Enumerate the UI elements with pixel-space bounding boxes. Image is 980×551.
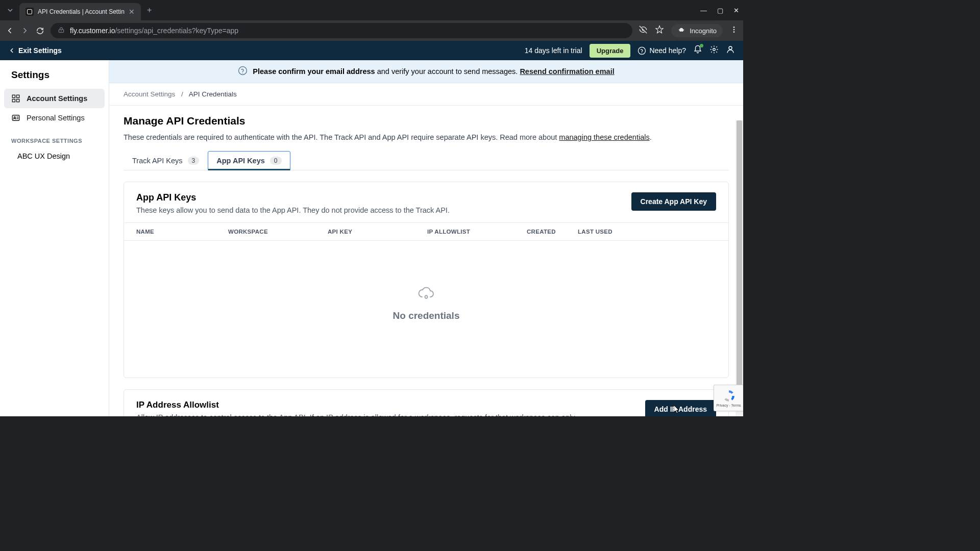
new-tab-button[interactable]: +: [147, 6, 152, 15]
user-card-icon: [11, 113, 20, 122]
reload-button[interactable]: [36, 27, 44, 35]
tab-search-icon[interactable]: [4, 4, 16, 16]
favicon-icon: [26, 8, 34, 16]
breadcrumb-current: API Credentials: [189, 90, 237, 98]
tab-title: API Credentials | Account Settin: [38, 8, 125, 15]
ip-allowlist-card: IP Address Allowlist Allow IP addresses …: [124, 389, 729, 416]
sidebar-title: Settings: [4, 67, 105, 89]
main-content: Please confirm your email address and ve…: [109, 60, 743, 416]
tab-count-badge: 3: [188, 157, 200, 165]
browser-tabstrip: API Credentials | Account Settin ✕ + — ▢…: [0, 0, 743, 20]
notifications-icon[interactable]: [693, 45, 702, 56]
card-title: App API Keys: [136, 192, 450, 203]
col-allowlist: IP ALLOWLIST: [427, 229, 527, 235]
sidebar: Settings Account Settings Personal Setti…: [0, 60, 109, 416]
svg-point-5: [639, 47, 646, 54]
confirm-email-banner: Please confirm your email address and ve…: [109, 60, 743, 83]
minimize-icon[interactable]: —: [700, 7, 707, 14]
tabs: Track API Keys 3 App API Keys 0: [124, 151, 729, 170]
col-lastused: LAST USED: [578, 229, 629, 235]
app-api-keys-card: App API Keys These keys allow you to sen…: [124, 182, 729, 378]
exit-settings-link[interactable]: Exit Settings: [8, 46, 62, 55]
svg-rect-10: [12, 99, 15, 102]
window-controls: — ▢ ✕: [700, 7, 739, 14]
bookmark-icon[interactable]: [655, 25, 664, 36]
browser-toolbar: fly.customer.io/settings/api_credentials…: [0, 20, 743, 41]
col-name: NAME: [136, 229, 228, 235]
close-icon[interactable]: ✕: [129, 8, 135, 16]
tab-track-api-keys[interactable]: Track API Keys 3: [124, 151, 208, 170]
browser-tab[interactable]: API Credentials | Account Settin ✕: [19, 3, 141, 20]
eye-off-icon[interactable]: [639, 25, 648, 36]
col-workspace: WORKSPACE: [228, 229, 328, 235]
close-window-icon[interactable]: ✕: [733, 7, 739, 14]
svg-rect-9: [17, 95, 19, 97]
breadcrumb: Account Settings / API Credentials: [109, 83, 743, 106]
resend-confirmation-link[interactable]: Resend confirmation email: [520, 67, 614, 76]
maximize-icon[interactable]: ▢: [717, 7, 723, 14]
docs-link[interactable]: managing these credentials: [559, 133, 649, 141]
info-icon: [238, 66, 248, 77]
svg-point-2: [733, 27, 735, 28]
trial-status: 14 days left in trial: [525, 46, 582, 55]
svg-rect-12: [12, 115, 19, 121]
address-bar[interactable]: fly.customer.io/settings/api_credentials…: [51, 23, 632, 38]
empty-text: No credentials: [124, 310, 728, 321]
col-created: CREATED: [527, 229, 578, 235]
svg-point-3: [733, 29, 735, 31]
site-info-icon[interactable]: [58, 27, 65, 35]
svg-rect-8: [12, 95, 15, 97]
page-description: These credentials are required to authen…: [124, 133, 729, 141]
url-text: fly.customer.io/settings/api_credentials…: [70, 26, 238, 35]
cloud-gear-icon: [418, 287, 434, 303]
tab-count-badge: 0: [270, 157, 282, 165]
sidebar-section-header: WORKSPACE SETTINGS: [4, 128, 105, 148]
recaptcha-badge[interactable]: Privacy - Terms: [714, 385, 743, 411]
user-icon[interactable]: [726, 45, 735, 56]
notification-dot: [700, 44, 703, 47]
svg-rect-11: [17, 99, 19, 102]
tab-app-api-keys[interactable]: App API Keys 0: [208, 151, 290, 170]
sidebar-item-account-settings[interactable]: Account Settings: [4, 89, 105, 108]
scrollbar[interactable]: [736, 120, 743, 416]
svg-point-4: [733, 31, 735, 33]
empty-state: No credentials: [124, 241, 728, 378]
create-app-api-key-button[interactable]: Create App API Key: [631, 192, 716, 211]
sidebar-workspace-item[interactable]: ABC UX Design: [4, 148, 105, 164]
card-description: Allow IP addresses to control access to …: [136, 413, 580, 416]
upgrade-button[interactable]: Upgrade: [590, 44, 631, 58]
card-description: These keys allow you to send data to the…: [136, 206, 450, 214]
grid-icon: [11, 94, 20, 103]
incognito-badge[interactable]: Incognito: [671, 24, 723, 37]
table-header: NAME WORKSPACE API KEY IP ALLOWLIST CREA…: [124, 222, 728, 241]
app-header: Exit Settings 14 days left in trial Upgr…: [0, 41, 743, 60]
gear-icon[interactable]: [709, 45, 719, 56]
forward-button[interactable]: [20, 26, 30, 35]
browser-menu-icon[interactable]: [730, 26, 738, 36]
col-apikey: API KEY: [328, 229, 427, 235]
sidebar-item-personal-settings[interactable]: Personal Settings: [4, 108, 105, 128]
svg-point-14: [239, 67, 247, 75]
svg-point-7: [729, 46, 732, 49]
svg-point-6: [713, 48, 716, 51]
breadcrumb-parent[interactable]: Account Settings: [124, 90, 175, 98]
page-title: Manage API Credentials: [124, 115, 729, 127]
back-button[interactable]: [5, 26, 14, 35]
card-title: IP Address Allowlist: [136, 400, 580, 410]
help-link[interactable]: Need help?: [638, 46, 686, 55]
scrollbar-thumb[interactable]: [737, 120, 742, 406]
add-ip-address-button[interactable]: Add IP Address: [645, 400, 716, 416]
